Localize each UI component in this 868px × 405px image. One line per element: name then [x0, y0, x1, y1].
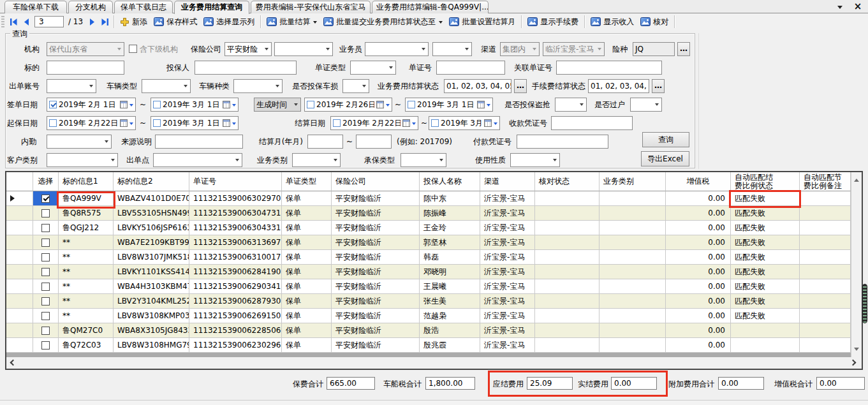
cell-biz_type[interactable] [600, 309, 666, 323]
cell-biz_type[interactable] [600, 265, 666, 279]
table-row[interactable]: **LBV8W3108KMP0389011132153900626915019保… [6, 309, 851, 323]
cell-check_status[interactable] [535, 206, 600, 221]
include-sub-org-checkbox[interactable] [129, 45, 137, 53]
cell-doc_type[interactable]: 保单 [282, 221, 332, 235]
column-header[interactable]: 标的信息2 [114, 172, 189, 191]
transfer-combo[interactable] [630, 98, 662, 112]
cell-doc_no[interactable]: 11132153900622850691 [189, 323, 282, 338]
cell-match_status[interactable]: 匹配失败 [731, 294, 800, 309]
column-header[interactable]: 投保人名称 [420, 172, 480, 191]
cell-info2[interactable]: LBVKY5106JSP61633 [114, 221, 189, 235]
cell-doc_type[interactable]: 保单 [282, 206, 332, 221]
cell-vat[interactable]: 0.00 [666, 250, 731, 265]
cell-match_status[interactable] [731, 323, 800, 338]
cell-info1[interactable]: ** [59, 265, 114, 279]
chevron-down-icon[interactable] [232, 122, 236, 127]
cell-company[interactable]: 平安财险临沂 [332, 191, 420, 206]
cell-company[interactable]: 平安财险临沂 [332, 338, 420, 353]
cell-check_status[interactable] [535, 294, 600, 309]
cell-check_status[interactable] [535, 235, 600, 250]
tab-fee-table-edit[interactable]: 费用表编辑-平安保代山东省宝马 [251, 1, 371, 13]
cell-vat[interactable]: 0.00 [666, 338, 731, 353]
org-combo[interactable]: 保代山东省 [47, 42, 124, 56]
settle-date-from-picker[interactable]: 2019年 2月22日 [330, 116, 418, 130]
cell-vat[interactable]: 0.00 [666, 191, 731, 206]
date-checkbox[interactable] [307, 101, 314, 108]
cell-check_status[interactable] [535, 323, 600, 338]
cell-company[interactable]: 平安财险临沂 [332, 250, 420, 265]
cell-info1[interactable]: 鲁Q72C03 [59, 338, 114, 353]
row-checkbox[interactable] [41, 297, 50, 306]
scroll-up-icon[interactable] [854, 176, 859, 182]
cell-company[interactable]: 平安财险临沂 [332, 221, 420, 235]
column-header[interactable]: 选择 [33, 172, 59, 191]
column-header[interactable]: 增值税 [666, 172, 731, 191]
table-row[interactable]: **LBV2Y3104KML2528911132153900628793034保… [6, 294, 851, 309]
date-checkbox[interactable] [153, 101, 161, 108]
cell-info1[interactable]: ** [59, 309, 114, 323]
date-checkbox[interactable] [431, 119, 439, 127]
cell-check_status[interactable] [535, 338, 600, 353]
settle-date-to-picker[interactable]: 2019年 3月 1日 [429, 116, 500, 130]
cell-info2[interactable]: WBA8X3105JG843356 [114, 323, 189, 338]
cell-company[interactable]: 平安财险临沂 [332, 235, 420, 250]
doc-type-combo[interactable] [350, 61, 396, 75]
column-header[interactable]: 自动匹配节 费比例备注 [800, 172, 851, 191]
table-row[interactable]: 鲁Q72C03LBV8W3108HMG796521113215390062302… [6, 338, 851, 353]
tab-fee-settle-query[interactable]: 业务费用结算查询 [174, 1, 249, 14]
table-row[interactable]: 鲁QA999VWBAZV4101D0E705741113215390063029… [6, 191, 851, 206]
doc-no-input[interactable] [436, 61, 505, 75]
select-cell[interactable] [33, 250, 59, 265]
cell-info1[interactable]: ** [59, 294, 114, 309]
cell-doc_no[interactable]: 11132153900626915019 [189, 309, 282, 323]
cell-info1[interactable]: ** [59, 235, 114, 250]
cell-vat[interactable]: 0.00 [666, 309, 731, 323]
cell-doc_type[interactable]: 保单 [282, 250, 332, 265]
cell-info2[interactable]: WBAZV4101D0E70574 [114, 191, 189, 206]
date-checkbox[interactable] [49, 119, 57, 127]
cell-match_status[interactable]: 匹配失败 [731, 279, 800, 294]
cell-info2[interactable]: LBV2Y3104KML25289 [114, 294, 189, 309]
gen-time-selector-combo[interactable]: 生成时间 [254, 98, 301, 112]
cell-match_note[interactable] [800, 265, 851, 279]
close-icon[interactable]: × [852, 1, 864, 12]
channel-combo-2[interactable]: 临沂宝景-宝马 [543, 42, 605, 56]
cell-channel[interactable]: 沂宝景-宝马 [480, 338, 535, 353]
vertical-scrollbar[interactable] [851, 172, 862, 357]
table-row[interactable]: **WBA4H3103KBM4722611132153900629034112保… [6, 279, 851, 294]
last-page-button[interactable] [98, 15, 111, 28]
cell-doc_type[interactable]: 保单 [282, 338, 332, 353]
insurer-combo-2[interactable] [274, 42, 333, 56]
cell-applicant[interactable]: 殷兆霞 [420, 338, 480, 353]
cell-match_status[interactable]: 匹配失败 [731, 250, 800, 265]
cell-info2[interactable]: LBV8W3107JMK51879 [114, 250, 189, 265]
cell-channel[interactable]: 沂宝景-宝马 [480, 206, 535, 221]
channel-combo-1[interactable]: 集团内 [500, 42, 540, 56]
gen-time-to-picker[interactable]: 2019年 3月 1日 [405, 98, 493, 112]
tab-branch[interactable]: 分支机构 [68, 1, 113, 13]
date-checkbox[interactable] [333, 119, 341, 127]
staff-combo[interactable] [47, 135, 112, 149]
cell-doc_type[interactable]: 保单 [282, 191, 332, 206]
risk-more-button[interactable]: … [677, 42, 690, 56]
next-page-button[interactable] [85, 15, 98, 28]
cell-info1[interactable]: 鲁QM27C0 [59, 323, 114, 338]
agent-combo-2[interactable] [432, 42, 472, 56]
customer-type-combo[interactable] [47, 153, 118, 167]
cell-doc_no[interactable]: 11132153900631369771 [189, 235, 282, 250]
cell-channel[interactable]: 沂宝景-宝马 [480, 294, 535, 309]
table-row[interactable]: **LBVKY1101KSS4141511132153900628419059保… [6, 265, 851, 279]
first-page-button[interactable] [7, 15, 20, 28]
cell-doc_no[interactable]: 11132153900628419059 [189, 265, 282, 279]
cell-check_status[interactable] [535, 191, 600, 206]
insurer-combo-1[interactable]: 平安财险 [224, 42, 272, 56]
scroll-down-icon[interactable] [854, 348, 859, 353]
tab-download-log[interactable]: 保单下载日志 [114, 1, 173, 13]
show-income-button[interactable]: 显示收入 [587, 15, 637, 29]
select-cell[interactable] [33, 338, 59, 353]
sign-date-to-picker[interactable]: 2019年 3月 1日 [151, 98, 239, 112]
cell-channel[interactable]: 沂宝景-宝马 [480, 191, 535, 206]
cell-applicant[interactable]: 殷浩 [420, 323, 480, 338]
batch-set-month-button[interactable]: 批量设置结算月 [446, 15, 519, 29]
cell-doc_type[interactable]: 保单 [282, 235, 332, 250]
